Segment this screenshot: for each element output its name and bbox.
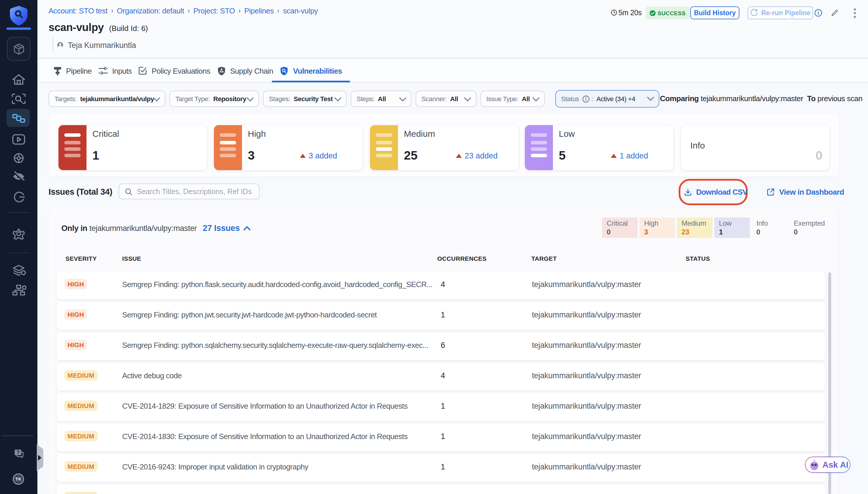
svg-text:?: ? [17, 450, 20, 455]
